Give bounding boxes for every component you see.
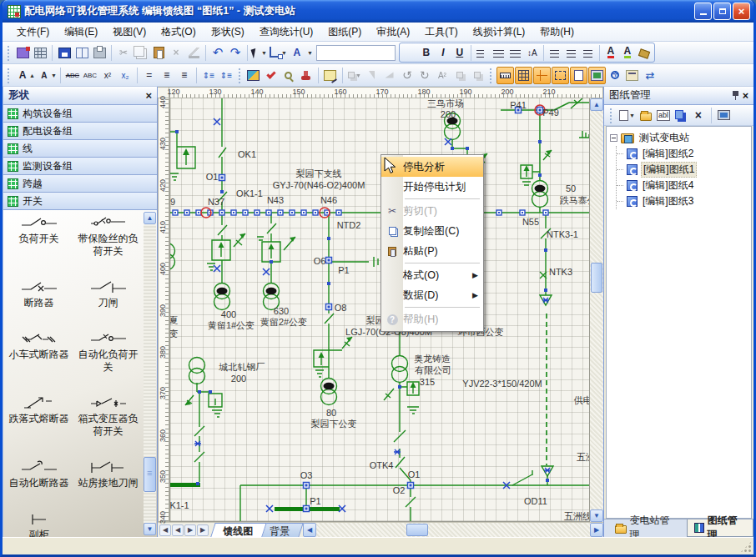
rotate-right-button[interactable]: ↻ [416,67,433,83]
bold-button[interactable]: B [418,44,435,61]
menu-item-6[interactable]: 图纸(P) [320,23,369,42]
scroll-left-icon[interactable]: ◀ [303,523,316,537]
stencil-scroll-down-icon[interactable]: ▼ [144,523,156,535]
new-sheet-button[interactable]: ▼ [618,107,636,123]
stamp-button[interactable] [298,67,315,83]
print-button[interactable] [91,44,108,61]
connector-tool-button[interactable]: ▼ [269,44,288,61]
panel-tab-1[interactable]: 图纸管理 [687,519,753,537]
connect-shapes-button[interactable]: ⇄ [642,67,658,83]
rotate-left-button[interactable]: ↺ [399,67,416,83]
delete-button[interactable]: × [168,44,184,61]
menu-item-4[interactable]: 形状(S) [204,23,252,42]
toolbar-grip[interactable] [609,108,613,123]
line-spacing-3-button[interactable]: ≡ [176,67,193,83]
new-diagram-button[interactable] [14,44,31,61]
menu-item-1[interactable]: 编辑(E) [57,23,105,42]
menu-item-8[interactable]: 工具(T) [417,23,465,42]
bullet-list-button[interactable] [547,44,563,61]
abc-button[interactable]: ABC [82,67,98,83]
toggle-selection-button[interactable] [552,67,569,84]
group-button[interactable] [451,67,468,83]
stencil-item-4[interactable]: 小车式断路器 [5,331,73,374]
shrink-font-button[interactable]: A [36,67,53,83]
stencil-item-0[interactable]: 负荷开关 [5,215,73,258]
tree-sheet-item-2[interactable]: [编辑]图纸4 [618,178,749,193]
stencil-item-9[interactable]: 站房接地刀闸 [74,459,142,489]
text-tool-button[interactable]: A [289,44,305,61]
page-nav-first[interactable]: ◀ [159,524,171,536]
stencil-item-5[interactable]: 自动化负荷开关 [74,331,142,374]
font-color-button[interactable]: A [602,44,619,61]
preview-button[interactable] [73,44,90,61]
undo-button[interactable]: ↶ [209,44,226,61]
stencil-item-6[interactable]: 跌落式熔断器 [5,395,73,438]
export-sheet-button[interactable] [717,107,732,123]
italic-button[interactable]: I [435,44,451,61]
toolbar-grip[interactable] [7,45,11,61]
cut-button[interactable]: ✂ [115,44,132,61]
toolbar-grip[interactable] [238,68,242,83]
fill-color-button[interactable] [636,44,653,61]
page-nav-next[interactable]: ▶ [184,524,196,536]
horizontal-scrollbar[interactable]: ◀ ▶ [303,523,603,537]
menu-item-5[interactable]: 查询统计(U) [252,23,321,42]
context-menu-item-10[interactable]: ?帮助(H) [381,309,483,329]
flip-vertical-button[interactable] [381,67,398,83]
properties-button[interactable] [624,67,641,83]
menu-item-3[interactable]: 格式(O) [154,23,203,42]
tree-sheet-item-3[interactable]: [编辑]图纸3 [618,193,749,209]
save-button[interactable] [56,44,73,61]
ungroup-button[interactable] [469,67,486,83]
menu-item-9[interactable]: 线损计算(L) [466,23,533,42]
toggle-screen-button[interactable] [588,67,606,84]
menu-item-7[interactable]: 审批(A) [369,23,417,42]
rename-sheet-button[interactable]: abl [656,107,671,123]
scroll-down-icon[interactable]: ▼ [590,509,603,522]
toolbar-grip[interactable] [489,68,493,83]
align-shapes-button[interactable]: ▼ [346,67,363,83]
align-center-button[interactable] [491,44,507,61]
para-spacing-up-button[interactable]: ⇕≡ [200,67,217,83]
toggle-grid-button[interactable] [515,67,532,84]
redo-button[interactable]: ↷ [227,44,244,61]
stencil-scrollbar[interactable]: ▲ ▼ [144,212,156,535]
stencil-item-1[interactable]: 带保险丝的负荷开关 [74,215,142,258]
flip-horizontal-button[interactable] [364,67,381,83]
stencil-item-8[interactable]: 自动化断路器 [5,459,73,489]
page-nav-prev[interactable]: ◀ [172,524,184,536]
toolbar-grip[interactable] [7,68,11,83]
stencil-scroll-up-icon[interactable]: ▲ [144,212,156,224]
delete-sheet-button[interactable]: × [691,107,706,123]
menu-item-2[interactable]: 视图(V) [105,23,154,42]
context-menu-item-5[interactable]: 粘贴(P) [381,241,483,261]
rotate-text-button[interactable]: A² [434,67,451,83]
stencil-group-4[interactable]: 跨越 [3,175,157,193]
stencil-group-2[interactable]: 线 [3,140,157,158]
tree-sheet-item-0[interactable]: [编辑]图纸2 [618,146,749,162]
pin-icon[interactable] [732,91,739,100]
toggle-page-breaks-button[interactable] [570,67,587,84]
line-spacing-2-button[interactable]: ≡ [159,67,175,83]
restore-button[interactable] [713,3,731,20]
context-menu-item-8[interactable]: 数据(D)▶ [381,285,483,305]
align-left-button[interactable] [474,44,491,61]
pointer-tool-button[interactable]: ▼ [251,44,268,61]
copy-sheet-button[interactable] [673,107,688,123]
align-right-button[interactable] [507,44,524,61]
page-nav-last[interactable]: ▶ [197,524,209,536]
tree-root-row[interactable]: 测试变电站 [608,130,749,146]
paste-button[interactable] [150,44,167,61]
context-menu-item-3[interactable]: ✂剪切(T) [381,201,483,221]
edit-note-button[interactable] [322,67,339,83]
stencil-item-10[interactable]: 副柜 [5,511,73,537]
stencil-group-3[interactable]: 监测设备组 [3,158,157,175]
close-button[interactable]: × [733,3,750,20]
scroll-right-icon[interactable]: ▶ [590,523,603,537]
outdent-button[interactable] [563,44,580,61]
stencil-scroll-thumb[interactable] [144,457,156,492]
stencil-group-0[interactable]: 构筑设备组 [3,105,157,123]
stencil-item-3[interactable]: 刀闸 [74,279,142,309]
table-button[interactable] [32,44,48,61]
context-menu-item-4[interactable]: 复制绘图(C) [381,221,483,241]
